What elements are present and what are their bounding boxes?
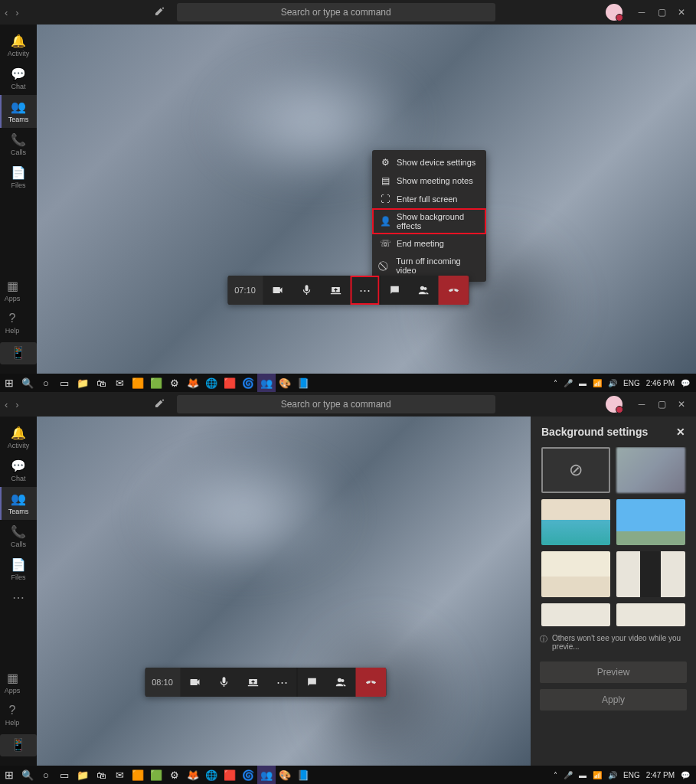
sidebar-item-help[interactable]: ?Help: [0, 699, 31, 731]
close-button[interactable]: ✕: [671, 7, 691, 18]
taskbar-search[interactable]: 🔍: [18, 766, 37, 784]
back-button[interactable]: ‹: [5, 7, 8, 18]
menu-device-settings[interactable]: ⚙Show device settings: [372, 153, 486, 172]
taskbar-settings[interactable]: ⚙: [165, 766, 184, 784]
taskbar-teams[interactable]: 👥: [257, 766, 276, 784]
apply-button[interactable]: Apply: [540, 689, 687, 710]
bg-tile-room1[interactable]: [541, 551, 610, 597]
sidebar-item-teams[interactable]: 👥Teams: [0, 95, 37, 128]
more-actions-button[interactable]: ⋯: [267, 668, 296, 697]
taskbar-office[interactable]: 🟥: [221, 374, 239, 392]
tray-volume-icon[interactable]: 🔊: [608, 379, 617, 387]
taskbar-explorer[interactable]: 📁: [74, 374, 92, 392]
sidebar-item-more[interactable]: ⋯: [0, 586, 37, 611]
tray-up-icon[interactable]: ˄: [554, 771, 557, 779]
tray-wifi-icon[interactable]: 📶: [593, 771, 602, 779]
sidebar-item-help[interactable]: ?Help: [0, 307, 31, 339]
taskbar-edge[interactable]: 🌀: [239, 374, 257, 392]
taskbar-app4[interactable]: 📘: [294, 766, 312, 784]
taskbar-app3[interactable]: 🎨: [276, 374, 294, 392]
maximize-button[interactable]: ▢: [652, 7, 671, 18]
forward-button[interactable]: ›: [15, 7, 18, 18]
mic-button[interactable]: [209, 668, 238, 697]
sidebar-item-activity[interactable]: 🔔Activity: [0, 29, 37, 62]
menu-turn-off-incoming[interactable]: ⃠Turn off incoming video: [372, 253, 486, 279]
minimize-button[interactable]: ─: [632, 399, 652, 410]
start-button[interactable]: ⊞: [0, 766, 18, 784]
share-button[interactable]: [321, 276, 350, 305]
maximize-button[interactable]: ▢: [652, 399, 671, 410]
taskbar-settings[interactable]: ⚙: [165, 374, 184, 392]
taskbar-teams[interactable]: 👥: [257, 374, 276, 392]
sidebar-item-files[interactable]: 📄Files: [0, 553, 37, 586]
sidebar-item-calls[interactable]: 📞Calls: [0, 128, 37, 161]
sidebar-item-files[interactable]: 📄Files: [0, 161, 37, 194]
taskbar-store[interactable]: 🛍: [92, 374, 110, 392]
taskbar-app2[interactable]: 🟩: [147, 374, 165, 392]
taskbar-chrome[interactable]: 🌐: [202, 374, 221, 392]
sidebar-item-chat[interactable]: 💬Chat: [0, 454, 37, 487]
sidebar-item-mobile[interactable]: 📱: [0, 734, 37, 756]
search-input[interactable]: Search or type a command: [177, 3, 495, 21]
sidebar-item-calls[interactable]: 📞Calls: [0, 520, 37, 553]
chat-button[interactable]: [380, 276, 409, 305]
menu-end-meeting[interactable]: ☏End meeting: [372, 234, 486, 253]
taskbar-firefox[interactable]: 🦊: [184, 374, 202, 392]
taskbar-explorer[interactable]: 📁: [74, 766, 92, 784]
tray-wifi-icon[interactable]: 📶: [593, 379, 602, 387]
camera-button[interactable]: [263, 276, 292, 305]
compose-icon[interactable]: [154, 397, 166, 412]
mic-button[interactable]: [292, 276, 321, 305]
tray-volume-icon[interactable]: 🔊: [608, 771, 617, 779]
taskbar-app4[interactable]: 📘: [294, 374, 312, 392]
menu-background-effects[interactable]: 👤Show background effects: [372, 208, 486, 234]
tray-battery-icon[interactable]: ▬: [579, 771, 587, 779]
tray-time[interactable]: 2:46 PM: [646, 379, 675, 387]
tray-mic-icon[interactable]: 🎤: [564, 379, 573, 387]
taskbar-store[interactable]: 🛍: [92, 766, 110, 784]
taskbar-mail[interactable]: ✉: [110, 374, 129, 392]
search-input[interactable]: Search or type a command: [177, 395, 495, 413]
taskbar-search[interactable]: 🔍: [18, 374, 37, 392]
bg-tile-room3[interactable]: [541, 603, 610, 626]
taskbar-cortana[interactable]: ○: [37, 374, 55, 392]
avatar[interactable]: [606, 396, 622, 413]
sidebar-item-apps[interactable]: ▦Apps: [0, 274, 31, 307]
taskbar-app1[interactable]: 🟧: [129, 766, 147, 784]
taskbar-app1[interactable]: 🟧: [129, 374, 147, 392]
tray-lang[interactable]: ENG: [623, 771, 640, 779]
sidebar-item-chat[interactable]: 💬Chat: [0, 62, 37, 95]
share-button[interactable]: [238, 668, 267, 697]
sidebar-item-apps[interactable]: ▦Apps: [0, 666, 31, 699]
taskbar-app3[interactable]: 🎨: [276, 766, 294, 784]
chat-button[interactable]: [297, 668, 326, 697]
taskbar-office[interactable]: 🟥: [221, 766, 239, 784]
taskbar-app2[interactable]: 🟩: [147, 766, 165, 784]
compose-icon[interactable]: [154, 5, 166, 20]
bg-tile-room4[interactable]: [616, 603, 685, 626]
avatar[interactable]: [606, 4, 622, 21]
tray-lang[interactable]: ENG: [623, 379, 640, 387]
taskbar-taskview[interactable]: ▭: [55, 374, 74, 392]
participants-button[interactable]: [409, 276, 438, 305]
close-button[interactable]: ✕: [671, 399, 691, 410]
menu-meeting-notes[interactable]: ▤Show meeting notes: [372, 172, 486, 190]
back-button[interactable]: ‹: [5, 399, 8, 410]
tray-notifications-icon[interactable]: 💬: [681, 771, 690, 779]
minimize-button[interactable]: ─: [632, 7, 652, 18]
taskbar-mail[interactable]: ✉: [110, 766, 129, 784]
tray-time[interactable]: 2:47 PM: [646, 771, 675, 779]
more-actions-button[interactable]: ⋯: [350, 276, 379, 305]
bg-tile-office[interactable]: [541, 499, 610, 545]
bg-tile-room2[interactable]: [616, 551, 685, 597]
forward-button[interactable]: ›: [15, 399, 18, 410]
tray-battery-icon[interactable]: ▬: [579, 379, 587, 387]
menu-full-screen[interactable]: ⛶Enter full screen: [372, 190, 486, 208]
taskbar-chrome[interactable]: 🌐: [202, 766, 221, 784]
preview-button[interactable]: Preview: [540, 662, 687, 683]
taskbar-cortana[interactable]: ○: [37, 766, 55, 784]
bg-tile-blur[interactable]: [616, 447, 685, 493]
bg-tile-none[interactable]: ⊘: [541, 447, 610, 493]
taskbar-edge[interactable]: 🌀: [239, 766, 257, 784]
panel-close-icon[interactable]: ✕: [676, 426, 685, 438]
